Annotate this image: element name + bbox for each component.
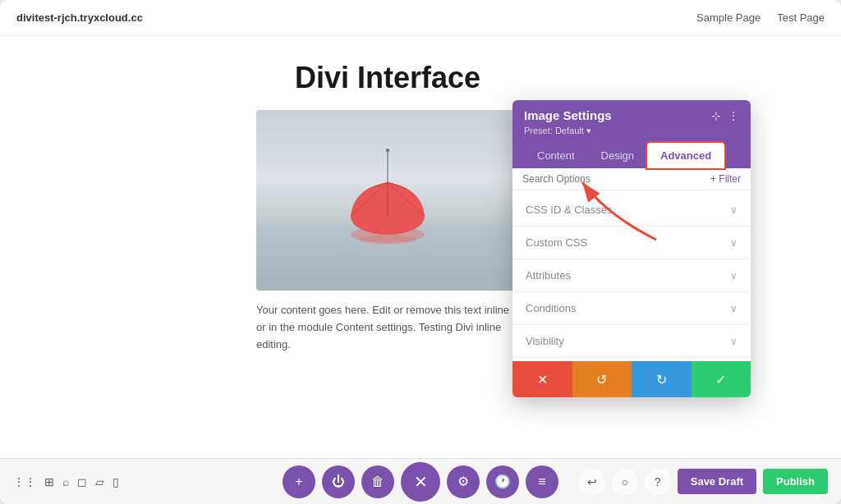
help-icon[interactable]: ?: [645, 469, 671, 495]
option-attributes-chevron: ∨: [730, 270, 738, 282]
tab-content[interactable]: Content: [524, 143, 588, 168]
nav-sample-page[interactable]: Sample Page: [696, 11, 761, 24]
panel-header: Image Settings ⊹ ⋮ Preset: Default ▾ Con…: [512, 100, 751, 168]
top-nav: Sample Page Test Page: [696, 11, 825, 24]
layout-button[interactable]: ≡: [526, 465, 558, 498]
page-wrapper: divitest-rjch.tryxcloud.cc Sample Page T…: [0, 0, 841, 504]
option-conditions-chevron: ∨: [730, 303, 738, 314]
delete-button[interactable]: 🗑: [361, 465, 394, 498]
publish-button[interactable]: Publish: [763, 469, 828, 494]
option-conditions-label: Conditions: [526, 302, 576, 314]
panel-header-icons: ⊹ ⋮: [711, 109, 739, 122]
cancel-button[interactable]: ✕: [512, 361, 572, 397]
option-conditions[interactable]: Conditions ∨: [512, 292, 751, 325]
panel-footer: ✕ ↺ ↻ ✓: [512, 361, 751, 397]
close-button[interactable]: ✕: [401, 462, 440, 502]
search-input[interactable]: [522, 173, 710, 185]
undo-toolbar-icon[interactable]: ↩: [579, 469, 605, 495]
menu-dots-icon[interactable]: ⋮⋮: [13, 475, 36, 488]
toolbar-left: ⋮⋮ ⊞ ⌕ ◻ ▱ ▯: [13, 475, 119, 488]
confirm-button[interactable]: ✓: [692, 361, 751, 397]
top-bar: divitest-rjch.tryxcloud.cc Sample Page T…: [0, 0, 841, 36]
grid-icon[interactable]: ⊞: [44, 475, 54, 488]
search-icon[interactable]: ⌕: [62, 475, 69, 488]
redo-toolbar-icon[interactable]: ○: [612, 469, 638, 495]
svg-point-12: [386, 149, 389, 152]
page-image[interactable]: [256, 110, 519, 291]
panel-more-icon[interactable]: ⋮: [728, 109, 739, 122]
toolbar-right: ↩ ○ ? Save Draft Publish: [579, 469, 828, 495]
tablet-icon[interactable]: ▱: [95, 475, 104, 488]
option-css-id-label: CSS ID & Classes: [526, 204, 612, 216]
panel-title: Image Settings: [524, 108, 612, 122]
tab-advanced[interactable]: Advanced: [647, 143, 724, 168]
history-button[interactable]: 🕐: [486, 465, 519, 498]
option-visibility-label: Visibility: [526, 335, 564, 347]
panel-preset[interactable]: Preset: Default ▾: [524, 126, 739, 136]
panel-search: + Filter: [512, 168, 751, 190]
panel-focus-icon[interactable]: ⊹: [711, 109, 721, 122]
option-attributes[interactable]: Attributes ∨: [512, 259, 751, 292]
option-custom-css-label: Custom CSS: [526, 236, 587, 249]
undo-icon: ↺: [596, 372, 607, 387]
redo-icon: ↻: [656, 372, 667, 387]
save-draft-button[interactable]: Save Draft: [678, 469, 756, 494]
cancel-icon: ✕: [537, 372, 548, 387]
confirm-icon: ✓: [715, 372, 726, 387]
main-content: Divi Interface: [0, 36, 841, 458]
panel-options-list: CSS ID & Classes ∨ Custom CSS ∨ Attribut…: [512, 190, 751, 361]
page-title: Divi Interface: [256, 61, 519, 95]
option-css-id[interactable]: CSS ID & Classes ∨: [512, 194, 751, 227]
toolbar-center: + ⏻ 🗑 ✕ ⚙ 🕐 ≡: [283, 462, 558, 502]
panel-tabs: Content Design Advanced: [524, 143, 739, 168]
nav-test-page[interactable]: Test Page: [777, 11, 825, 24]
undo-button[interactable]: ↺: [572, 361, 632, 397]
settings-button[interactable]: ⚙: [447, 465, 480, 498]
power-button[interactable]: ⏻: [322, 465, 355, 498]
option-visibility[interactable]: Visibility ∨: [512, 325, 751, 358]
svg-point-14: [359, 235, 416, 245]
domain-label: divitest-rjch.tryxcloud.cc: [16, 11, 143, 24]
add-module-button[interactable]: +: [283, 465, 315, 498]
option-attributes-label: Attributes: [526, 269, 571, 282]
redo-button[interactable]: ↻: [632, 361, 692, 397]
panel-header-top: Image Settings ⊹ ⋮: [524, 108, 739, 122]
filter-button[interactable]: + Filter: [710, 173, 741, 185]
page-center-content: Divi Interface: [256, 61, 519, 353]
tab-design[interactable]: Design: [588, 143, 647, 168]
desktop-icon[interactable]: ◻: [77, 475, 87, 488]
option-visibility-chevron: ∨: [730, 336, 738, 347]
bottom-toolbar: ⋮⋮ ⊞ ⌕ ◻ ▱ ▯ + ⏻ 🗑 ✕ ⚙ 🕐 ≡ ↩ ○ ? Save Dr…: [0, 458, 841, 504]
page-body-text: Your content goes here. Edit or remove t…: [256, 302, 519, 353]
option-custom-css[interactable]: Custom CSS ∨: [512, 227, 751, 259]
option-custom-css-chevron: ∨: [730, 237, 738, 249]
mobile-icon[interactable]: ▯: [113, 475, 119, 488]
option-css-id-chevron: ∨: [730, 204, 738, 216]
settings-panel: Image Settings ⊹ ⋮ Preset: Default ▾ Con…: [512, 100, 751, 397]
